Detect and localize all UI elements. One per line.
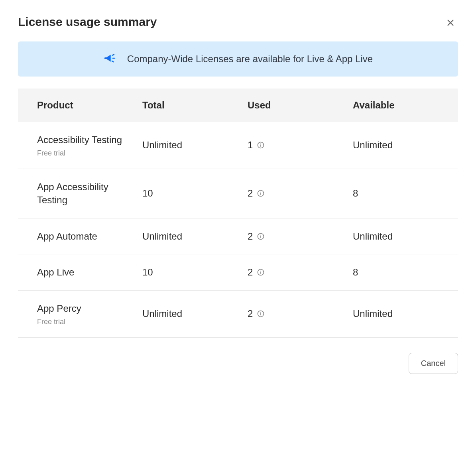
- total-cell: Unlimited: [142, 231, 248, 242]
- available-cell: Unlimited: [353, 308, 458, 319]
- table-row: App AutomateUnlimited2 Unlimited: [18, 218, 458, 255]
- license-usage-modal: License usage summary Company-Wide Licen…: [0, 0, 476, 389]
- used-value: 2: [248, 267, 253, 278]
- product-name: App Accessibility Testing: [37, 180, 142, 207]
- product-subtitle: Free trial: [37, 149, 142, 157]
- close-button[interactable]: [445, 18, 456, 29]
- table-row: App Accessibility Testing102 8: [18, 169, 458, 218]
- column-header-used: Used: [248, 100, 353, 111]
- used-cell: 2: [248, 188, 353, 199]
- available-cell: Unlimited: [353, 231, 458, 242]
- license-table: Product Total Used Available Accessibili…: [18, 89, 458, 338]
- modal-title: License usage summary: [18, 15, 157, 29]
- product-name: App Percy: [37, 302, 142, 315]
- info-icon[interactable]: [257, 141, 265, 149]
- column-header-total: Total: [142, 100, 248, 111]
- svg-point-10: [261, 192, 262, 193]
- used-value: 1: [248, 140, 253, 151]
- modal-header: License usage summary: [18, 15, 458, 29]
- product-cell: App Accessibility Testing: [37, 180, 142, 207]
- used-cell: 2: [248, 267, 353, 278]
- total-cell: Unlimited: [142, 308, 248, 319]
- product-name: Accessibility Testing: [37, 133, 142, 147]
- available-cell: Unlimited: [353, 140, 458, 151]
- megaphone-icon: [103, 53, 116, 65]
- svg-rect-3: [112, 54, 114, 56]
- info-icon[interactable]: [257, 268, 265, 276]
- close-icon: [446, 18, 455, 28]
- table-header: Product Total Used Available: [18, 89, 458, 122]
- total-cell: Unlimited: [142, 140, 248, 151]
- used-cell: 1: [248, 140, 353, 151]
- modal-footer: Cancel: [18, 353, 458, 374]
- used-cell: 2: [248, 231, 353, 242]
- table-row: App PercyFree trialUnlimited2 Unlimited: [18, 291, 458, 338]
- banner-text: Company-Wide Licenses are available for …: [127, 53, 373, 65]
- info-icon[interactable]: [257, 232, 265, 240]
- table-row: Accessibility TestingFree trialUnlimited…: [18, 122, 458, 169]
- total-cell: 10: [142, 188, 248, 199]
- product-name: App Live: [37, 266, 142, 279]
- svg-rect-4: [111, 60, 114, 63]
- svg-point-19: [261, 312, 262, 313]
- cancel-button[interactable]: Cancel: [409, 353, 458, 374]
- svg-point-13: [261, 234, 262, 235]
- product-cell: App PercyFree trial: [37, 302, 142, 326]
- info-icon[interactable]: [257, 310, 265, 318]
- column-header-available: Available: [353, 100, 458, 111]
- used-value: 2: [248, 188, 253, 199]
- info-icon[interactable]: [257, 189, 265, 197]
- product-subtitle: Free trial: [37, 318, 142, 326]
- available-cell: 8: [353, 267, 458, 278]
- total-cell: 10: [142, 267, 248, 278]
- product-cell: App Live: [37, 266, 142, 279]
- used-value: 2: [248, 231, 253, 242]
- used-value: 2: [248, 308, 253, 319]
- product-name: App Automate: [37, 230, 142, 243]
- svg-rect-2: [112, 58, 115, 59]
- info-banner: Company-Wide Licenses are available for …: [18, 41, 458, 77]
- svg-point-16: [261, 271, 262, 271]
- table-row: App Live102 8: [18, 254, 458, 291]
- product-cell: Accessibility TestingFree trial: [37, 133, 142, 157]
- column-header-product: Product: [37, 100, 142, 111]
- svg-point-7: [261, 144, 262, 144]
- available-cell: 8: [353, 188, 458, 199]
- table-body: Accessibility TestingFree trialUnlimited…: [18, 122, 458, 338]
- product-cell: App Automate: [37, 230, 142, 243]
- used-cell: 2: [248, 308, 353, 319]
